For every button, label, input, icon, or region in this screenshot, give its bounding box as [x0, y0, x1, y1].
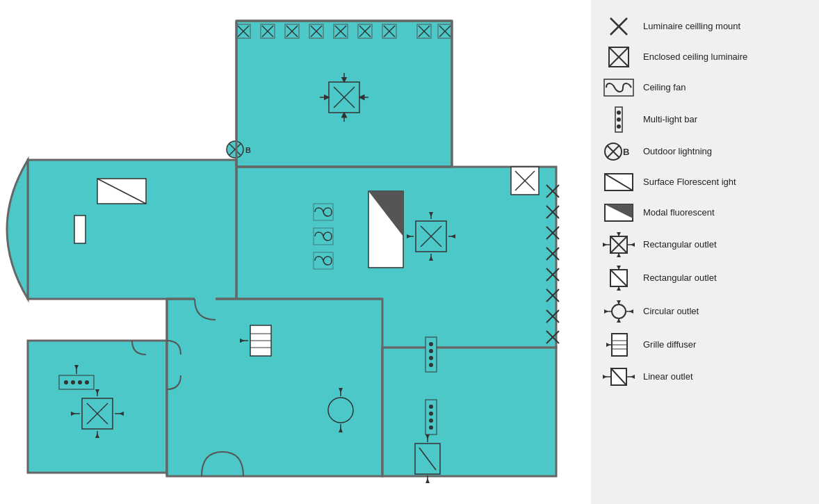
legend-label-modal-fluorescent: Modal fluorescent	[643, 207, 715, 219]
svg-point-87	[64, 380, 68, 384]
svg-marker-190	[603, 375, 607, 379]
svg-point-145	[617, 117, 621, 122]
legend-icon-linear-outlet	[601, 366, 636, 388]
legend-icon-rectangular-outlet-1	[601, 231, 636, 259]
svg-point-111	[429, 342, 433, 346]
legend-label-luminaire-ceiling-mount: Luminaire ceilling mount	[643, 21, 740, 33]
legend-item-surface-fluorescent: Surface Florescent ight	[601, 170, 809, 195]
svg-marker-165	[631, 243, 635, 247]
legend-label-ceiling-fan: Ceiling fan	[643, 82, 686, 94]
svg-point-118	[429, 418, 433, 423]
svg-marker-174	[617, 300, 621, 304]
legend-label-rectangular-outlet-1: Rectangular outlet	[643, 239, 717, 251]
svg-point-144	[617, 111, 621, 115]
svg-point-116	[429, 405, 433, 409]
legend-label-surface-fluorescent: Surface Florescent ight	[643, 177, 736, 188]
legend-item-ceiling-fan: Ceiling fan	[601, 75, 809, 100]
svg-marker-180	[629, 309, 633, 314]
legend-label-enclosed-ceiling: Enclosed ceiling luminaire	[643, 51, 747, 63]
svg-point-112	[429, 349, 433, 353]
legend-label-linear-outlet: Linear outlet	[643, 371, 693, 383]
svg-marker-176	[617, 318, 621, 323]
legend-label-outdoor-lightning: Outdoor lightning	[643, 146, 712, 158]
svg-point-117	[429, 412, 433, 416]
legend-item-rectangular-outlet-1: Rectangular outlet	[601, 231, 809, 259]
legend-icon-modal-fluorescent	[601, 203, 636, 222]
legend-label-circular-outlet: Circular outlet	[643, 306, 699, 318]
svg-point-89	[78, 380, 82, 384]
legend-item-enclosed-ceiling: Enclosed ceiling luminaire	[601, 44, 809, 70]
legend-panel: Luminaire ceilling mount Enclosed ceilin…	[591, 0, 819, 504]
svg-point-88	[71, 380, 75, 384]
svg-rect-142	[604, 79, 633, 96]
legend-item-rectangular-outlet-2: Rectangular outlet	[601, 264, 809, 292]
legend-label-rectangular-outlet-2: Rectangular outlet	[643, 273, 717, 284]
legend-icon-surface-fluorescent	[601, 172, 636, 192]
svg-point-172	[612, 304, 626, 318]
svg-point-113	[429, 356, 433, 360]
svg-text:B: B	[623, 147, 629, 157]
svg-marker-130	[425, 478, 430, 483]
legend-icon-multi-light-bar	[601, 106, 636, 133]
svg-rect-4	[167, 299, 382, 476]
legend-icon-rectangular-outlet-2	[601, 264, 636, 292]
svg-rect-5	[382, 348, 556, 476]
legend-item-grille-diffuser: Grille diffuser	[601, 331, 809, 359]
svg-point-120	[328, 398, 353, 423]
legend-icon-luminaire-ceiling-mount	[601, 15, 636, 38]
legend-item-multi-light-bar: Multi-light bar	[601, 106, 809, 133]
floor-plan: B	[0, 0, 591, 504]
legend-item-linear-outlet: Linear outlet	[601, 364, 809, 389]
legend-item-outdoor-lightning: B Outdoor lightning	[601, 139, 809, 164]
svg-point-90	[85, 380, 89, 384]
legend-label-multi-light-bar: Multi-light bar	[643, 114, 697, 126]
svg-point-146	[617, 124, 621, 129]
legend-item-circular-outlet: Circular outlet	[601, 298, 809, 325]
legend-icon-enclosed-ceiling	[601, 46, 636, 68]
svg-point-119	[429, 425, 433, 430]
svg-marker-178	[604, 309, 608, 314]
legend-label-grille-diffuser: Grille diffuser	[643, 339, 696, 351]
legend-icon-outdoor-lightning: B	[601, 140, 636, 163]
legend-item-modal-fluorescent: Modal fluorescent	[601, 200, 809, 225]
svg-rect-50	[74, 216, 86, 243]
svg-marker-163	[603, 243, 607, 247]
legend-icon-grille-diffuser	[601, 331, 636, 359]
svg-marker-186	[606, 343, 610, 347]
legend-item-luminaire-ceiling-mount: Luminaire ceilling mount	[601, 14, 809, 39]
legend-icon-circular-outlet	[601, 298, 636, 325]
svg-point-114	[429, 363, 433, 367]
legend-icon-ceiling-fan	[601, 78, 636, 97]
svg-text:B: B	[245, 146, 251, 154]
svg-marker-192	[631, 375, 635, 379]
